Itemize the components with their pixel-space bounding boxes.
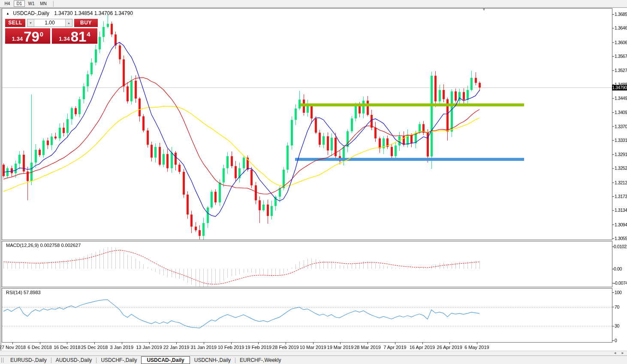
tab-usdcad[interactable]: USDCAD-,Daily <box>141 356 190 364</box>
date-axis-label: 19 Mar 2019 <box>327 345 354 350</box>
price-axis-label: 1.32520 <box>615 165 627 171</box>
date-axis-label: 13 Jan 2019 <box>136 345 162 350</box>
date-axis-label: 31 Jan 2019 <box>191 345 217 350</box>
price-axis-label: 1.36850 <box>615 12 627 17</box>
chart-tab-bar: EURUSD-,DailyAUDUSD-,DailyUSDCHF-,DailyU… <box>0 355 627 364</box>
bid-big-digits: 79 <box>24 30 39 44</box>
volume-spinner: ▼ 1.00 ▲ <box>27 19 72 27</box>
chart-title-ohlc: 1.34730 1.34854 1.34706 1.34790 <box>54 10 133 16</box>
date-axis-label: 28 Feb 2019 <box>272 345 299 350</box>
timeframe-button-mn[interactable]: MN <box>38 0 49 7</box>
bid-prefix: 1.34 <box>12 36 23 42</box>
price-axis-label: 1.32120 <box>615 180 627 185</box>
timeframe-button-d1[interactable]: D1 <box>14 0 25 7</box>
timeframe-button-h4[interactable]: H4 <box>2 0 13 7</box>
date-axis-label: 3 Jan 2019 <box>110 345 133 350</box>
price-axis-label: 1.31730 <box>615 194 627 199</box>
scroll-right-icon[interactable]: ► <box>621 351 624 355</box>
price-axis-label: 1.34490 <box>615 96 627 101</box>
price-axis-label: 1.35670 <box>615 54 627 59</box>
scroll-left-icon[interactable]: ◄ <box>613 351 617 355</box>
macd-indicator-label: MACD(12,26,9) 0.002758 0.002627 <box>6 243 81 248</box>
ask-price-display[interactable]: 1.34814 <box>52 28 97 44</box>
price-axis-label: 1.32910 <box>615 152 627 157</box>
ask-prefix: 1.34 <box>59 36 69 42</box>
volume-decrease-button[interactable]: ▼ <box>27 19 34 27</box>
price-axis-label: 1.30940 <box>615 222 627 227</box>
price-axis-label: 1.33700 <box>615 124 627 129</box>
chart-canvas[interactable] <box>0 0 627 364</box>
one-click-trading-widget: SELL ▼ 1.00 ▲ BUY 1.34790 1.34814 <box>5 19 98 44</box>
price-axis-label: 1.35270 <box>615 68 627 73</box>
rsi-axis-label: 70 <box>615 304 619 310</box>
price-axis-label: 1.36460 <box>615 25 627 30</box>
date-axis-label: 16 Dec 2018 <box>54 345 80 350</box>
date-axis-label: 26 Apr 2019 <box>437 345 462 350</box>
tab-usdcnh[interactable]: USDCNH-,Daily <box>190 356 235 364</box>
volume-field[interactable]: 1.00 <box>34 19 65 27</box>
date-axis-label: 28 Mar 2019 <box>354 345 381 350</box>
volume-increase-button[interactable]: ▲ <box>65 19 72 27</box>
date-axis-label: 10 Feb 2019 <box>218 345 244 350</box>
date-axis-label: 19 Feb 2019 <box>245 345 271 350</box>
price-axis-label: 1.33310 <box>615 138 627 143</box>
timeframe-toolbar: H4D1W1MN <box>0 0 627 8</box>
ask-big-digits: 81 <box>71 30 87 44</box>
date-axis-label: 6 May 2019 <box>464 345 489 350</box>
rsi-axis-label: 0 <box>615 338 617 343</box>
buy-button[interactable]: BUY <box>74 19 98 27</box>
date-axis-label: 27 Nov 2018 <box>0 345 26 350</box>
timeframe-button-w1[interactable]: W1 <box>26 0 37 7</box>
date-axis-label: 16 Apr 2019 <box>410 345 435 350</box>
symbol-triangle-icon: ▲ <box>6 12 9 15</box>
date-axis-label: 7 Apr 2019 <box>383 345 406 350</box>
date-axis-label: 25 Dec 2018 <box>81 345 108 350</box>
tab-audusd[interactable]: AUDUSD-,Daily <box>51 356 96 364</box>
ask-pip-digit: 4 <box>87 30 90 38</box>
date-axis-label: 22 Jan 2019 <box>163 345 190 350</box>
rsi-indicator-label: RSI(14) 57.8983 <box>6 290 41 295</box>
price-axis-label: 1.34090 <box>615 110 627 115</box>
macd-axis-label: -0.007477 <box>614 280 627 286</box>
tab-usdchf[interactable]: USDCHF-,Daily <box>96 356 141 364</box>
toolbar-separator <box>53 1 54 7</box>
rsi-axis-label: 100 <box>615 290 621 295</box>
rsi-axis-label: 30 <box>615 323 619 328</box>
bid-pip-digit: 0 <box>40 30 43 38</box>
price-axis-label: 1.30550 <box>615 236 627 241</box>
sell-button[interactable]: SELL <box>5 19 25 27</box>
chart-shift-marker-icon[interactable]: ▼ <box>482 7 486 12</box>
bid-price-display[interactable]: 1.34790 <box>5 28 50 44</box>
price-axis-label: 1.31340 <box>615 208 627 213</box>
tab-eurchf[interactable]: EURCHF-,Weekly <box>235 356 285 364</box>
date-axis-label: 6 Dec 2018 <box>28 345 52 350</box>
tab-eurusd[interactable]: EURUSD-,Daily <box>6 356 51 364</box>
chart-title: ▲ USDCAD-,Daily 1.34730 1.34854 1.34706 … <box>6 10 133 16</box>
tabbar-grip[interactable] <box>1 358 3 363</box>
macd-axis-label: 0.00 <box>614 266 622 271</box>
trading-app-window: H4D1W1MN ▲ USDCAD-,Daily 1.34730 1.34854… <box>0 0 627 364</box>
current-price-tag: 1.34790 <box>612 85 627 90</box>
macd-axis-label: 0.010229 <box>614 244 627 249</box>
chart-title-symbol: USDCAD-,Daily <box>13 10 49 16</box>
price-axis-label: 1.36060 <box>615 40 627 45</box>
date-axis-label: 10 Mar 2019 <box>300 345 326 350</box>
